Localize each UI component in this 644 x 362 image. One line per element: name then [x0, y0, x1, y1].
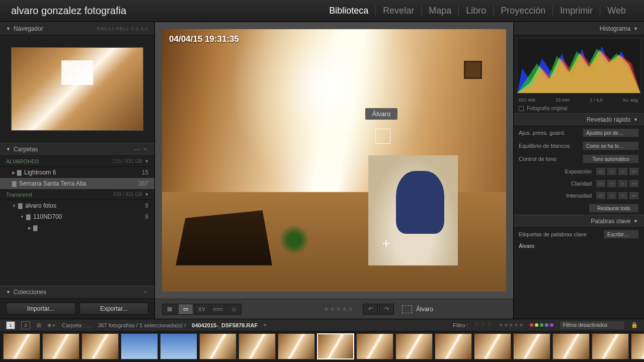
folder-row[interactable]: ▇ Semana Santa Terra Alta 367: [0, 178, 154, 189]
wb-select[interactable]: Como se ha to…: [583, 141, 639, 150]
filmstrip-thumb[interactable]: [278, 333, 315, 359]
loupe-view-button[interactable]: ▭: [178, 304, 193, 315]
histogram[interactable]: [517, 38, 641, 94]
rotate-right-button[interactable]: ↷: [379, 304, 394, 315]
filmstrip-thumb[interactable]: [356, 333, 393, 359]
rating-stars[interactable]: ★★★★★: [324, 305, 354, 313]
folder-count: 367: [138, 180, 148, 187]
filmstrip-thumb[interactable]: [121, 333, 158, 359]
filmstrip-thumb[interactable]: [395, 333, 433, 359]
auto-tone-button[interactable]: Tono automático: [583, 154, 639, 163]
status-folder: Carpeta : …: [62, 322, 92, 328]
step-button[interactable]: «: [607, 192, 617, 200]
filter-colors[interactable]: [530, 323, 553, 327]
filmstrip-thumb[interactable]: [42, 333, 79, 359]
navigator-modes[interactable]: ENCAJ RELL 1:1 4:1: [97, 26, 148, 31]
volume-row[interactable]: Transcend 339 / 931 GB ▾: [0, 189, 154, 200]
module-biblioteca[interactable]: Biblioteca: [322, 6, 376, 16]
step-button[interactable]: »»: [629, 192, 639, 200]
volume-name: Transcend: [6, 192, 32, 198]
step-button[interactable]: «: [607, 179, 617, 188]
wb-row: Equilibrio de blancos Como se ha to…: [514, 139, 644, 152]
navigator-header[interactable]: ▼ Navegador ENCAJ RELL 1:1 4:1: [0, 22, 154, 35]
collections-plus[interactable]: +.: [143, 289, 148, 296]
filmstrip-thumb[interactable]: [3, 333, 40, 359]
navigator-preview[interactable]: [0, 35, 154, 143]
loupe-view[interactable]: 04/04/15 19:31:35 Álvaro ✛: [155, 22, 513, 299]
module-proyeccion[interactable]: Proyección: [494, 6, 553, 16]
folder-row[interactable]: ▼▇ 110ND700 9: [0, 211, 154, 222]
page-1[interactable]: 1: [6, 321, 15, 329]
collections-header[interactable]: ▼ Colecciones +.: [0, 286, 154, 299]
grid-view-button[interactable]: ▦: [162, 304, 177, 315]
folder-row[interactable]: ▶▇ Lightroom 6 15: [0, 167, 154, 178]
compare-view-button[interactable]: XY: [194, 304, 209, 315]
chevron-down-icon: ▼: [6, 26, 11, 31]
meta-focal: 23 mm: [556, 98, 570, 103]
rotate-left-button[interactable]: ↶: [363, 304, 378, 315]
module-libro[interactable]: Libro: [459, 6, 494, 16]
filter-stars[interactable]: ★★★★★: [499, 322, 524, 328]
folders-header[interactable]: ▼ Carpetas — +.: [0, 143, 154, 156]
volume-row[interactable]: ALVAROHD3 215 / 931 GB ▾: [0, 156, 154, 167]
filmstrip-thumb[interactable]: [631, 333, 644, 359]
folder-row[interactable]: ▶▇: [0, 222, 154, 233]
keywords-title: Palabras clave: [591, 218, 630, 225]
filmstrip-thumb[interactable]: [317, 333, 354, 359]
step-button[interactable]: »»: [629, 179, 639, 188]
filmstrip-thumb[interactable]: [238, 333, 276, 359]
step-button[interactable]: ««: [596, 167, 606, 175]
collections-title: Colecciones: [14, 289, 46, 296]
filmstrip-thumb[interactable]: [592, 333, 629, 359]
filter-label: Filtro :: [453, 322, 468, 328]
survey-view-button[interactable]: ▭▭: [210, 304, 225, 315]
face-region[interactable]: [375, 129, 390, 144]
step-button[interactable]: ««: [596, 192, 606, 200]
module-web[interactable]: Web: [600, 6, 633, 16]
chevron-down-icon: ▼: [12, 204, 16, 208]
filmstrip-thumb[interactable]: [160, 333, 197, 359]
module-imprimir[interactable]: Imprimir: [553, 6, 600, 16]
lock-icon[interactable]: 🔒: [631, 322, 638, 328]
filters-off-select[interactable]: Filtros desactivados: [559, 321, 625, 330]
quickdev-header[interactable]: Revelado rápido ▼: [514, 113, 644, 126]
module-mapa[interactable]: Mapa: [422, 6, 459, 16]
export-button[interactable]: Exportar...: [79, 303, 149, 315]
filmstrip-thumb[interactable]: [474, 333, 511, 359]
filmstrip-thumb[interactable]: [199, 333, 236, 359]
step-button[interactable]: »»: [629, 167, 639, 175]
step-button[interactable]: »: [618, 167, 628, 175]
chevron-down-icon: ▼: [633, 219, 638, 224]
step-button[interactable]: »: [618, 192, 628, 200]
step-button[interactable]: «: [607, 167, 617, 175]
module-revelar[interactable]: Revelar: [376, 6, 422, 16]
keywords-header[interactable]: Palabras clave ▼: [514, 215, 644, 228]
folder-row[interactable]: ▼▇ alvaro fotos 9: [0, 200, 154, 211]
keyword-tags-row: Etiquetas de palabras clave Escribir…: [514, 228, 644, 241]
reset-button[interactable]: Restaurar todo: [589, 204, 639, 213]
face-selector[interactable]: Álvaro: [402, 305, 433, 313]
grid-icon[interactable]: ▦: [36, 322, 41, 328]
import-button[interactable]: Importar...: [6, 303, 75, 315]
keyword-mode-select[interactable]: Escribir…: [604, 230, 639, 239]
folder-icon: ▇: [12, 180, 16, 187]
histogram-title: Histograma: [600, 25, 630, 32]
filmstrip-thumb[interactable]: [513, 333, 550, 359]
preset-select[interactable]: Ajustes por de…: [583, 128, 639, 137]
original-photo-check[interactable]: Fotografía original: [514, 104, 644, 113]
keyword-person-name: Álvaro: [519, 243, 639, 249]
filmstrip-thumb[interactable]: [435, 333, 472, 359]
nav-arrows[interactable]: ◆ ▸: [47, 322, 56, 328]
filmstrip-thumb[interactable]: [82, 333, 119, 359]
filmstrip[interactable]: [0, 331, 644, 362]
step-button[interactable]: ««: [596, 179, 606, 188]
folders-plus-minus[interactable]: — +.: [134, 146, 148, 153]
exposure-buttons: ««« »»»: [596, 167, 639, 175]
histogram-header[interactable]: Histograma ▼: [514, 22, 644, 35]
step-button[interactable]: »: [618, 179, 628, 188]
filter-flags[interactable]: ⚐ ⚐ ⚐: [474, 322, 493, 328]
filmstrip-thumb[interactable]: [552, 333, 590, 359]
page-2[interactable]: 2: [21, 321, 30, 329]
face-label[interactable]: Álvaro: [365, 108, 398, 120]
people-view-button[interactable]: ☺: [226, 304, 242, 315]
